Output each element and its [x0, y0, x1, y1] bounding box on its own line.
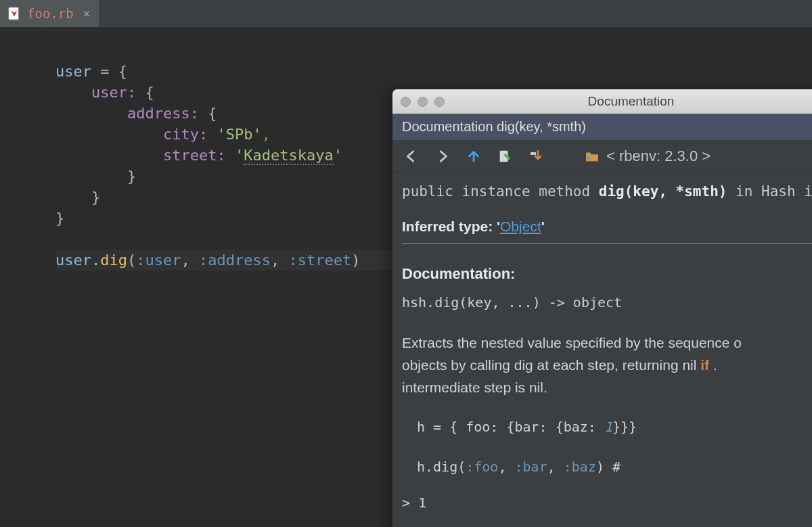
inferred-type-line: Inferred type: 'Object' — [402, 215, 812, 237]
folder-icon — [585, 150, 600, 162]
divider — [402, 243, 812, 244]
sdk-selector[interactable]: < rbenv: 2.3.0 > — [585, 147, 710, 165]
close-window-icon[interactable] — [401, 97, 411, 107]
edit-source-icon[interactable] — [495, 147, 514, 166]
signature-line: public instance method dig(key, *smth) i… — [402, 181, 812, 203]
object-link[interactable]: Object — [500, 219, 541, 234]
doc-subtitle: Documentation dig(key, *smth) — [392, 114, 812, 140]
ruby-file-icon — [7, 6, 22, 21]
window-title: Documentation — [418, 94, 812, 109]
description: Extracts the nested value specified by t… — [402, 331, 812, 398]
back-icon[interactable] — [402, 147, 421, 166]
documentation-window[interactable]: Documentation Documentation dig(key, *sm… — [392, 89, 812, 527]
doc-toolbar: < rbenv: 2.3.0 > — [392, 140, 812, 173]
svg-rect-2 — [587, 156, 590, 160]
example-result: > 1 — [402, 492, 812, 514]
close-icon[interactable]: × — [83, 7, 90, 20]
example-2: h.dig(:foo, :bar, :baz) # — [402, 456, 812, 478]
usage-line: hsh.dig(key, ...) -> object — [402, 292, 812, 314]
tab-filename: foo.rb — [27, 6, 74, 21]
doc-body: public instance method dig(key, *smth) i… — [392, 173, 812, 514]
tab-foo-rb[interactable]: foo.rb × — [0, 0, 100, 27]
doc-heading: Documentation: — [402, 262, 812, 285]
titlebar[interactable]: Documentation — [392, 89, 812, 114]
up-arrow-icon[interactable] — [464, 147, 483, 166]
code-token: user — [55, 63, 91, 80]
spellcheck-underline: Kadetskaya — [244, 147, 333, 165]
example-1: h = { foo: {bar: {baz: 1}}} — [402, 416, 812, 438]
auto-scroll-icon[interactable] — [526, 147, 545, 166]
tab-bar: foo.rb × — [0, 0, 812, 28]
gutter — [0, 28, 43, 527]
forward-icon[interactable] — [433, 147, 452, 166]
